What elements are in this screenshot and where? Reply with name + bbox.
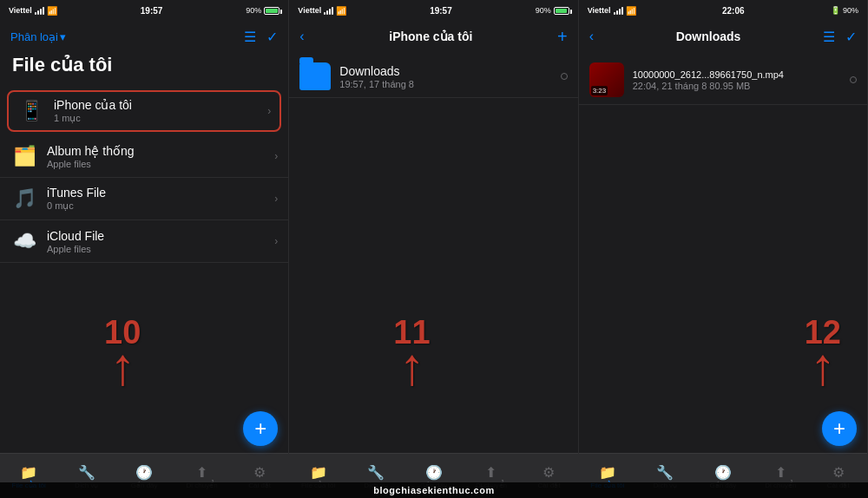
status-bar-3: Viettel 📶 22:06 🔋 90%: [579, 0, 867, 21]
chevron-right-icon: ›: [267, 105, 271, 117]
tab-icon-move-2: ⬆: [485, 464, 496, 481]
file-name-itunes: iTunes File: [47, 186, 274, 200]
back-button-2[interactable]: ‹: [299, 29, 304, 44]
checkmark-icon[interactable]: ✓: [266, 29, 278, 45]
carrier-2: Viettel: [298, 6, 321, 15]
bar3: [40, 9, 42, 15]
panel-1: Viettel 📶 19:57 90% Phân loại ▾ ☰ ✓: [0, 0, 289, 498]
panel-2: Viettel 📶 19:57 90% ‹ iPhone của tôi +: [289, 0, 578, 498]
tab-icon-file-2: 📁: [310, 464, 327, 481]
file-info-video: 10000000_2612...89661750_n.mp4 22:04, 21…: [633, 69, 850, 91]
tab-icon-settings-2: ⚙: [542, 464, 555, 481]
time-1: 19:57: [141, 6, 163, 16]
status-left-2: Viettel 📶: [298, 6, 346, 16]
view-toggle-icon-3[interactable]: ☰: [823, 29, 835, 45]
iphone-icon: 📱: [17, 97, 45, 125]
album-icon: 🗂️: [10, 142, 38, 170]
nav-bar-2: ‹ iPhone của tôi +: [289, 21, 577, 52]
back-button-3[interactable]: ‹: [589, 29, 594, 44]
tab-icon-service-1: 🔧: [78, 464, 95, 481]
file-item-itunes[interactable]: 🎵 iTunes File 0 mục ›: [0, 178, 288, 220]
time-2: 19:57: [430, 6, 452, 16]
battery-icon-1: [264, 7, 279, 15]
file-item-album[interactable]: 🗂️ Album hệ thống Apple files ›: [0, 135, 288, 178]
bar3-1: [614, 12, 615, 15]
video-thumbnail: 3:23: [589, 62, 624, 97]
video-thumb-inner: 3:23: [589, 62, 624, 97]
file-info-album: Album hệ thống Apple files: [47, 144, 274, 169]
tab-icon-recent-3: 🕐: [714, 464, 732, 481]
file-name-video: 10000000_2612...89661750_n.mp4: [633, 69, 850, 80]
battery-pct-3: 🔋: [831, 6, 840, 15]
nav-icons-3: ☰ ✓: [823, 29, 857, 45]
tab-icon-file-3: 📁: [599, 464, 616, 481]
tab-icon-service-3: 🔧: [656, 464, 674, 481]
nav-icons-2: +: [557, 27, 568, 47]
watermark: blogchiasekienthuc.com: [0, 482, 868, 498]
bar2-4: [332, 7, 333, 15]
fab-3[interactable]: +: [822, 411, 857, 446]
checkmark-icon-3[interactable]: ✓: [845, 29, 857, 45]
tab-icon-service-2: 🔧: [367, 464, 385, 481]
file-item-video[interactable]: 3:23 10000000_2612...89661750_n.mp4 22:0…: [579, 56, 867, 105]
tab-icon-move-3: ⬆: [775, 464, 786, 481]
file-info-iphone: iPhone của tôi 1 mục: [54, 98, 267, 124]
itunes-icon: 🎵: [10, 185, 38, 213]
wifi-icon-2: 📶: [336, 6, 346, 16]
file-sub-album: Apple files: [47, 159, 274, 169]
status-left-3: Viettel 📶: [588, 6, 636, 16]
wifi-icon-3: 📶: [626, 6, 636, 16]
bar2-1: [324, 12, 326, 15]
circle-indicator: [561, 73, 568, 80]
downloads-folder-icon: [299, 62, 331, 90]
file-item-icloud[interactable]: ☁️ iCloud File Apple files ›: [0, 220, 288, 263]
bar3-2: [616, 10, 618, 15]
file-item-downloads[interactable]: Downloads 19:57, 17 tháng 8: [289, 56, 577, 98]
battery-pct-1: 90%: [246, 6, 261, 15]
tab-icon-file-1: 📁: [20, 464, 37, 481]
carrier-3: Viettel: [588, 6, 611, 15]
file-sub-downloads: 19:57, 17 tháng 8: [339, 79, 560, 89]
bar4: [43, 7, 44, 15]
file-sub-icloud: Apple files: [47, 244, 274, 254]
file-list-3: 3:23 10000000_2612...89661750_n.mp4 22:0…: [579, 52, 867, 254]
icloud-icon: ☁️: [10, 227, 38, 255]
tab-icon-recent-2: 🕐: [425, 464, 443, 481]
file-item-iphone[interactable]: 📱 iPhone của tôi 1 mục ›: [7, 90, 281, 132]
view-toggle-icon[interactable]: ☰: [244, 29, 256, 45]
file-list-2: Downloads 19:57, 17 tháng 8: [289, 52, 577, 254]
nav-bar-1: Phân loại ▾ ☰ ✓: [0, 21, 288, 52]
sort-label: Phân loại: [10, 30, 58, 43]
signal-bars-2: [324, 7, 333, 15]
chevron-right-icon-3: ›: [274, 193, 278, 205]
nav-title-2: iPhone của tôi: [389, 29, 472, 43]
file-name-downloads: Downloads: [339, 64, 560, 78]
nav-left-1: Phân loại ▾: [10, 30, 66, 43]
file-sub-video: 22:04, 21 tháng 8 80.95 MB: [633, 81, 850, 91]
file-name-icloud: iCloud File: [47, 229, 274, 243]
file-sub-itunes: 0 mục: [47, 200, 274, 212]
add-button-2[interactable]: +: [557, 27, 568, 47]
battery-val-3: 90%: [843, 6, 858, 15]
time-3: 22:06: [722, 6, 745, 16]
video-duration: 3:23: [591, 86, 608, 95]
bar3-4: [621, 7, 623, 15]
file-info-icloud: iCloud File Apple files: [47, 229, 274, 254]
signal-bars-3: [614, 7, 623, 15]
bar1: [35, 12, 36, 15]
bar3-3: [619, 9, 621, 15]
carrier-1: Viettel: [9, 6, 32, 15]
file-name-iphone: iPhone của tôi: [54, 98, 267, 112]
nav-bar-3: ‹ Downloads ☰ ✓: [579, 21, 867, 52]
page-title-1: File của tôi: [12, 54, 276, 76]
file-info-downloads: Downloads 19:57, 17 tháng 8: [339, 64, 560, 89]
circle-indicator-3: [850, 76, 857, 83]
panel-3: Viettel 📶 22:06 🔋 90% ‹ Downloads ☰ ✓: [579, 0, 868, 498]
signal-bars-1: [35, 7, 44, 15]
battery-icon-2: [554, 7, 569, 15]
sort-button[interactable]: Phân loại ▾: [10, 30, 66, 43]
chevron-right-icon-4: ›: [274, 235, 278, 247]
battery-pct-2: 90%: [536, 6, 551, 15]
chevron-right-icon-2: ›: [274, 150, 278, 162]
nav-left-3: ‹: [589, 29, 594, 44]
